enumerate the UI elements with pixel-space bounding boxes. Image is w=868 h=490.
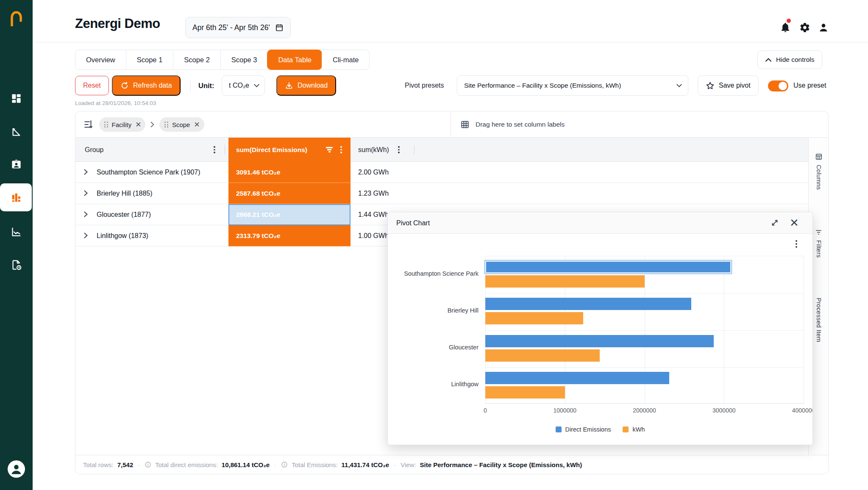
trend-triangle-icon <box>11 126 22 137</box>
use-preset-toggle[interactable] <box>768 80 788 91</box>
sidebar-item-dashboard[interactable] <box>0 86 33 110</box>
date-range-picker[interactable]: Apr 6th 25' - Apr 5th 26' <box>185 17 291 38</box>
download-icon <box>285 81 293 90</box>
status-bar: Total rows: 7,542 · Total direct emissio… <box>75 455 828 474</box>
side-tab-label: Processed Item <box>815 298 822 342</box>
tab-cli-mate[interactable]: Cli-mate <box>322 50 369 69</box>
bar-kwh[interactable] <box>485 275 645 288</box>
reset-button[interactable]: Reset <box>75 76 109 95</box>
hide-controls-button[interactable]: Hide controls <box>757 50 822 69</box>
user-profile-icon[interactable] <box>818 22 829 33</box>
sidebar-item-contacts[interactable] <box>0 152 33 176</box>
filter-icon[interactable] <box>326 147 333 152</box>
refresh-data-button[interactable]: Refresh data <box>112 75 181 96</box>
view-label: View: <box>401 461 416 468</box>
bar-direct-emissions[interactable] <box>485 298 691 310</box>
pivot-chart-modal: Pivot Chart ✕ Southampton Science ParkBr… <box>387 212 813 445</box>
direct-emissions-cell[interactable]: 3091.46 tCO₂e <box>228 162 351 183</box>
column-menu-icon[interactable] <box>396 144 401 155</box>
expand-row-icon[interactable] <box>84 190 88 196</box>
notifications-bell-icon[interactable] <box>780 22 791 33</box>
sidebar-item-line-chart[interactable] <box>0 220 33 244</box>
band-separator <box>485 293 804 293</box>
column-header-label: sum(kWh) <box>358 146 389 154</box>
expand-icon[interactable] <box>770 218 779 227</box>
bar-kwh[interactable] <box>485 312 583 324</box>
direct-emissions-cell[interactable]: 2587.68 tCO₂e <box>228 183 351 204</box>
view-value: Site Performance – Facility x Scope (Emi… <box>420 461 582 468</box>
chart-menu-icon[interactable] <box>794 238 799 249</box>
drag-handle-icon <box>104 122 108 127</box>
tab-overview[interactable]: Overview <box>75 50 126 69</box>
info-icon <box>145 461 151 468</box>
group-cell[interactable]: Gloucester (1877) <box>97 204 151 225</box>
legend-item[interactable]: kWh <box>623 426 645 433</box>
bar-direct-emissions[interactable] <box>485 261 731 273</box>
tab-scope-3[interactable]: Scope 3 <box>220 50 268 69</box>
grid-header-row: Group sum(Direct Emissions) sum(kWh) <box>75 138 809 162</box>
column-labels-dropzone[interactable]: Drag here to set column labels <box>460 111 565 138</box>
refresh-label: Refresh data <box>133 82 172 89</box>
legend-label: kWh <box>632 426 645 433</box>
column-menu-icon[interactable] <box>212 144 217 155</box>
group-cell[interactable]: Linlithgow (1873) <box>97 225 148 246</box>
pivot-presets-label: Pivot presets <box>405 75 444 96</box>
category-label: Southampton Science Park <box>388 270 479 277</box>
pivot-preset-select[interactable]: Site Performance – Facility x Scope (Emi… <box>457 75 688 96</box>
column-resize-handle[interactable] <box>225 145 225 155</box>
bar-direct-emissions[interactable] <box>485 335 714 347</box>
sidebar-item-reports[interactable] <box>0 253 33 277</box>
separator-dot: · <box>273 461 277 468</box>
column-header-direct-emissions[interactable]: sum(Direct Emissions) <box>228 138 351 162</box>
unit-select[interactable]: t CO₂e <box>222 75 265 96</box>
column-header-label: sum(Direct Emissions) <box>236 146 307 154</box>
header-divider <box>33 42 868 42</box>
direct-emissions-cell[interactable]: 2313.79 tCO₂e <box>228 225 351 246</box>
bar-direct-emissions[interactable] <box>485 372 669 384</box>
tab-data-table[interactable]: Data Table <box>267 50 322 70</box>
group-cell[interactable]: Southampton Science Park (1907) <box>97 162 200 183</box>
chevron-down-icon <box>676 84 682 87</box>
category-label: Gloucester <box>388 344 479 351</box>
side-tab-columns[interactable]: Columns <box>809 153 829 190</box>
kwh-cell[interactable]: 2.00 GWh <box>351 162 423 183</box>
column-header-kwh[interactable]: sum(kWh) <box>351 138 423 162</box>
row-group-chip-scope[interactable]: Scope ✕ <box>159 117 204 132</box>
table-row: Brierley Hill (1885) 2587.68 tCO₂e 1.23 … <box>75 183 809 204</box>
row-group-chip-facility[interactable]: Facility ✕ <box>99 117 145 132</box>
tab-scope-2[interactable]: Scope 2 <box>173 50 220 69</box>
legend-item[interactable]: Direct Emissions <box>556 426 611 433</box>
pivot-preset-value: Site Performance – Facility x Scope (Emi… <box>464 82 621 89</box>
expand-row-icon[interactable] <box>84 211 88 217</box>
group-cell[interactable]: Brierley Hill (1885) <box>97 183 153 204</box>
column-menu-icon[interactable] <box>339 144 344 155</box>
save-pivot-button[interactable]: Save pivot <box>698 75 759 96</box>
direct-emissions-cell-selected[interactable]: 2868.21 tCO₂e <box>228 204 351 225</box>
chip-label: Facility <box>112 121 132 128</box>
expand-row-icon[interactable] <box>84 169 88 175</box>
sidebar-account-avatar[interactable] <box>8 460 25 478</box>
expand-row-icon[interactable] <box>84 233 88 238</box>
chevron-up-icon <box>765 58 771 62</box>
tick-label: 0 <box>466 407 504 414</box>
total-rows-value: 7,542 <box>117 461 134 468</box>
bar-kwh[interactable] <box>485 386 565 399</box>
column-header-group[interactable]: Group <box>75 138 228 162</box>
tab-scope-1[interactable]: Scope 1 <box>126 50 173 69</box>
download-button[interactable]: Download <box>276 75 336 96</box>
tick-label: 2000000 <box>626 407 664 414</box>
legend-swatch-icon <box>556 426 562 432</box>
bar-kwh[interactable] <box>485 349 600 362</box>
close-icon[interactable]: ✕ <box>790 216 799 230</box>
column-resize-handle[interactable] <box>414 145 415 155</box>
zenergi-logo-icon[interactable] <box>9 10 23 26</box>
toolbar-divider <box>190 79 191 92</box>
row-groups-icon[interactable] <box>83 119 94 130</box>
settings-gear-icon[interactable] <box>799 22 810 33</box>
remove-icon[interactable]: ✕ <box>194 120 200 129</box>
sidebar-item-data-table-active[interactable] <box>0 183 32 211</box>
kwh-cell[interactable]: 1.23 GWh <box>351 183 423 204</box>
total-emissions-label: Total Emissions: <box>292 461 337 468</box>
remove-icon[interactable]: ✕ <box>135 120 141 129</box>
sidebar-item-trend[interactable] <box>0 119 33 143</box>
